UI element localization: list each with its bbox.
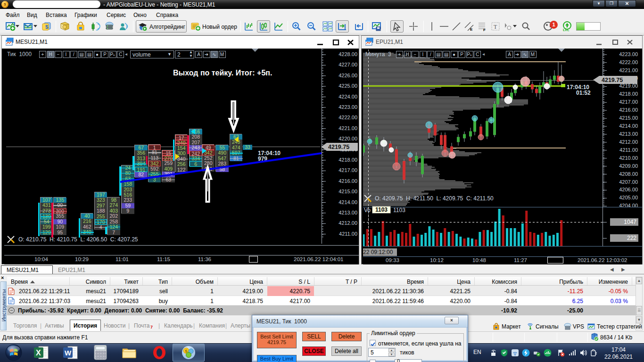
svg-text:F: F [483,28,486,32]
svg-text:4219.75: 4219.75 [602,77,623,83]
svg-text:4219.75: 4219.75 [328,144,349,150]
svg-text:T: T [494,24,497,30]
svg-text:E: E [470,27,473,32]
svg-text:X: X [36,349,41,357]
svg-text:W: W [65,349,72,357]
svg-text:LVL: LVL [563,28,570,32]
svg-text:$: $ [45,24,48,30]
